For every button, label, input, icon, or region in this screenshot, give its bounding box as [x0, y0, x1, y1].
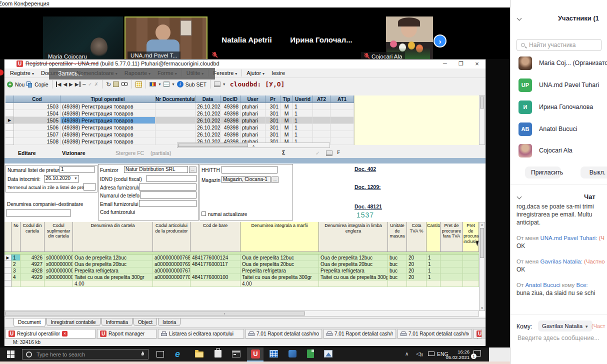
supplier-input[interactable]: Natur Distribution SRL	[124, 166, 188, 173]
video-tile-cojocari[interactable]: Cojocari Ala	[357, 16, 433, 62]
items-col-header[interactable]: Codul articolului de la producator	[153, 222, 190, 252]
participant-row[interactable]: Cojocari Ala	[510, 144, 607, 164]
prev-record-icon[interactable]: ◀	[63, 82, 67, 87]
email-input[interactable]	[139, 200, 196, 207]
table-row[interactable]: 1506(49398) Регистрация товаров26.10.202…	[6, 124, 354, 131]
doc-tab-document[interactable]: Document	[14, 318, 46, 327]
copy-button[interactable]: Copie	[34, 82, 48, 88]
table-row[interactable]: 24927s000000000769Oua de prepelita 20buc…	[4, 261, 479, 268]
mdi-tab[interactable]: URaport manager	[97, 329, 156, 338]
items-col-header[interactable]: Pret de procurare inclusiv	[463, 222, 479, 252]
una-taskbar-icon[interactable]: U	[251, 350, 260, 358]
spreadsheet-app-icon[interactable]	[270, 350, 278, 358]
grid-col-header[interactable]: Userid	[293, 96, 313, 103]
hhtth-input[interactable]	[222, 166, 278, 174]
phone-input[interactable]	[140, 192, 196, 198]
table-row[interactable]: ▶14926s000000000768Oua de prepelita 12bu…	[4, 254, 479, 261]
participants-collapse-icon[interactable]	[517, 16, 522, 21]
participant-search-input[interactable]	[528, 41, 597, 49]
term-input[interactable]	[84, 183, 96, 190]
items-col-header[interactable]: Codul din cartela	[20, 222, 44, 252]
tray-chevron-icon[interactable]: ∧	[405, 351, 408, 356]
language-flag-icon[interactable]	[150, 82, 156, 86]
grid-col-header[interactable]: AT2	[313, 96, 330, 103]
last-record-icon[interactable]: ▶	[75, 82, 80, 87]
items-col-header[interactable]: Denumirea integrala a marfii	[240, 222, 319, 252]
items-hscrollbar[interactable]: ›	[4, 310, 479, 316]
participant-row[interactable]: ABAnatol Bucuci	[510, 122, 607, 142]
minimize-button[interactable]: ─	[438, 60, 452, 68]
maximize-button[interactable]: ❐	[454, 60, 468, 68]
cancel-icon[interactable]: ✗	[94, 82, 98, 87]
mdi-tab[interactable]: URegistrul operatiilor×	[6, 329, 96, 338]
video-tile-irina[interactable]: Ирина Голочал...	[286, 16, 356, 62]
subset-button[interactable]: Sub SET	[186, 82, 206, 88]
next-record-icon[interactable]: ▶	[69, 82, 73, 87]
mute-all-button[interactable]: Выкл. ве	[580, 166, 607, 178]
confirm-icon[interactable]: ✓	[88, 82, 92, 87]
participant-row[interactable]: Maria Coj... (Организато	[510, 56, 607, 76]
menu-ajutor[interactable]: Ajutor▾	[243, 70, 268, 76]
doc-1209-link[interactable]: Doc. 1209:	[354, 184, 381, 190]
items-col-header[interactable]: Cota TVA %	[407, 222, 426, 252]
supplier-picker-button[interactable]: ...	[189, 166, 196, 173]
participant-row[interactable]: ИИрина Голочалова	[510, 100, 607, 120]
grid-col-header[interactable]: Data	[196, 96, 220, 103]
grid-col-header[interactable]: AT1	[330, 96, 354, 103]
check-icon[interactable]: ✓	[316, 150, 320, 156]
info-icon[interactable]: i	[177, 81, 184, 88]
task-view-icon[interactable]	[156, 351, 164, 358]
grid-col-header[interactable]: Cod	[14, 96, 60, 103]
grid-hscrollbar[interactable]: ∧	[177, 142, 330, 148]
f-icon[interactable]: F	[337, 150, 340, 155]
delete-fc-action[interactable]: Stergere FC	[116, 150, 144, 156]
doc-402-link[interactable]: Doc. 402	[354, 166, 376, 172]
video-tile-natalia[interactable]: Natalia Apetrii	[208, 16, 285, 62]
mdi-tab[interactable]: 7.01 Raport detaliat cash/no cash	[246, 329, 322, 338]
items-col-header[interactable]: Codul suplimentar din cartela	[44, 222, 73, 252]
items-col-header[interactable]: №	[12, 222, 20, 252]
date-combobox[interactable]: 26.10.2020▼	[44, 175, 79, 182]
items-col-header[interactable]: Cod de bare	[190, 222, 240, 252]
blue-app-icon[interactable]	[288, 350, 296, 358]
items-col-header[interactable]: Pret de procurare fara TVA	[440, 222, 463, 252]
window-icon[interactable]	[326, 150, 332, 156]
doc-tab-informatia[interactable]: Informatia	[102, 318, 132, 326]
participant-row[interactable]: UPUNA.md Pavel Tuhari	[510, 78, 607, 98]
doc-tab-inregistrari-contabile[interactable]: Inregistrari contabile	[46, 318, 100, 326]
stamp-dropdown-icon[interactable]: ▼	[222, 82, 226, 86]
file-explorer-icon[interactable]	[195, 352, 204, 358]
grid-col-header[interactable]: Tip	[280, 96, 293, 103]
table-row[interactable]: 34928s000000000767Prepelita refrigetaraa…	[4, 268, 479, 274]
delete-icon[interactable]: −	[82, 80, 86, 88]
grid-col-header[interactable]: Pr	[266, 96, 280, 103]
items-col-header[interactable]: Unitate de masura	[388, 222, 407, 252]
price-list-number-input[interactable]: 1	[60, 166, 94, 173]
table-icon[interactable]	[113, 82, 119, 87]
grid-col-header[interactable]: Tipul operatiei	[60, 96, 156, 103]
mdi-tab[interactable]: 7.01 Raport detaliat cash/no cash	[398, 329, 472, 338]
destination-company-input[interactable]	[6, 209, 70, 217]
table-row[interactable]: 1504(49398) Регистрация товаров26.10.202…	[6, 110, 354, 117]
doc-tab-istoria[interactable]: Istoria	[158, 318, 180, 326]
copy-icon[interactable]	[26, 82, 32, 88]
notification-center-icon[interactable]: 1	[474, 350, 481, 356]
menu-iesire[interactable]: Iesire	[268, 70, 288, 76]
doc-tab-object[interactable]: Object	[134, 318, 157, 326]
command-prompt-icon[interactable]	[232, 350, 240, 358]
table-row[interactable]: ▶1505(49398) Регистрация товаров26.10.20…	[6, 117, 354, 124]
mic-icon[interactable]	[141, 352, 144, 358]
invite-button[interactable]: Пригласить	[525, 166, 561, 178]
checklist-dropdown-icon[interactable]: ▼	[172, 82, 175, 86]
grid-col-header[interactable]: DocID	[220, 96, 240, 103]
new-icon[interactable]: +	[7, 82, 13, 88]
refresh-icon[interactable]: ↻	[106, 81, 111, 88]
flag-dropdown-icon[interactable]: ▼	[158, 82, 162, 86]
video-tile-maria[interactable]: Maria Cojocaru	[43, 16, 123, 62]
taskbar-search-input[interactable]	[36, 351, 138, 358]
menu-registre[interactable]: Registre▾	[6, 70, 38, 76]
chat-collapse-icon[interactable]	[517, 194, 522, 200]
start-button[interactable]	[7, 350, 14, 358]
store-picker-button[interactable]: ...	[272, 176, 278, 183]
green-document-app-icon[interactable]	[307, 350, 314, 358]
